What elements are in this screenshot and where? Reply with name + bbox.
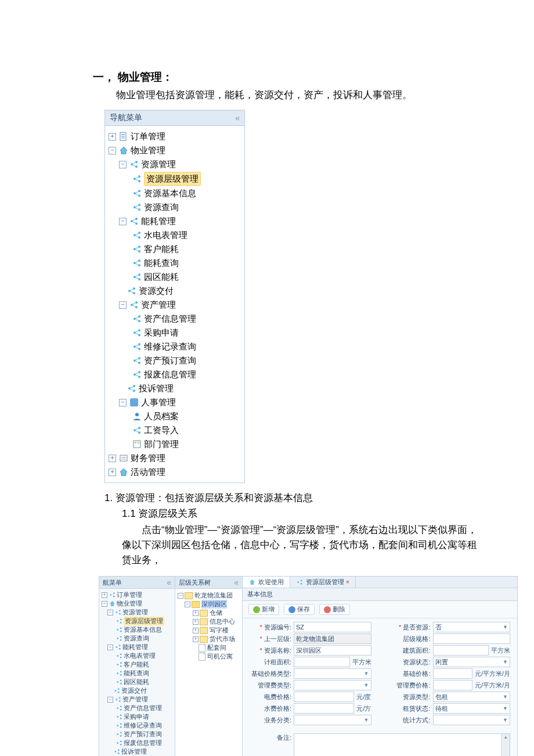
res-name-input[interactable]: 深圳园区 xyxy=(294,645,371,656)
fee-type-select[interactable]: ▼ xyxy=(294,680,371,690)
htree-c2[interactable]: +信息中心 xyxy=(178,617,240,626)
tree-node-energy[interactable]: −能耗管理 xyxy=(109,214,243,228)
snode-meter[interactable]: 水电表管理 xyxy=(102,651,174,660)
tree-node-hr[interactable]: −人事管理 xyxy=(109,395,243,409)
close-icon[interactable]: × xyxy=(346,579,349,585)
svg-point-114 xyxy=(117,742,118,744)
snode-property[interactable]: −物业管理 xyxy=(102,599,174,608)
res-code-input[interactable]: SZ xyxy=(294,622,371,632)
tree-node-scrap[interactable]: 报废信息管理 xyxy=(109,368,243,381)
snode-asset[interactable]: −资产管理 xyxy=(102,695,174,704)
svg-point-34 xyxy=(131,304,133,306)
rent-state-select[interactable]: 待租▼ xyxy=(433,703,511,714)
tree-node-activity[interactable]: +活动管理 xyxy=(109,465,243,479)
svg-point-109 xyxy=(120,723,121,725)
snode-purchase[interactable]: 采购申请 xyxy=(102,712,174,721)
snode-res-query[interactable]: 资源查询 xyxy=(102,634,174,643)
tree-node-asset-resv[interactable]: 资产预订查询 xyxy=(109,354,243,368)
scrollbar[interactable]: ▴▾ xyxy=(501,734,510,756)
tree-node-park-energy[interactable]: 园区能耗 xyxy=(109,270,243,284)
bill-area-input[interactable] xyxy=(294,657,350,667)
tree-node-staff[interactable]: 人员档案 xyxy=(109,409,243,423)
tree-node-meter[interactable]: 水电表管理 xyxy=(109,228,243,242)
htree-c5[interactable]: 配套间 xyxy=(178,643,240,652)
hierarchy-tree-panel: 层级关系树« −乾龙物流集团 −深圳园区 +仓储 +信息中心 +写字楼 +货代市… xyxy=(175,577,243,756)
snode-asset-resv[interactable]: 资产预订查询 xyxy=(102,730,174,739)
htree-sz[interactable]: −深圳园区 xyxy=(178,600,240,609)
snode-park-energy[interactable]: 园区能耗 xyxy=(102,678,174,686)
snode-energy[interactable]: −能耗管理 xyxy=(102,643,174,651)
water-price-input[interactable] xyxy=(294,703,354,714)
snode-cust-energy[interactable]: 客户能耗 xyxy=(102,660,174,669)
fee-price-input[interactable] xyxy=(433,680,472,690)
res-state-select[interactable]: 闲置▼ xyxy=(433,657,511,667)
svg-point-26 xyxy=(138,260,140,262)
tree-node-res-base[interactable]: 资源基本信息 xyxy=(109,186,243,200)
add-button[interactable]: 新增 xyxy=(248,604,279,615)
snode-scrap[interactable]: 报废信息管理 xyxy=(102,739,174,747)
save-button[interactable]: 保存 xyxy=(284,604,315,615)
tree-node-complaint[interactable]: 投诉管理 xyxy=(109,381,243,395)
is-res-select[interactable]: 否▼ xyxy=(433,622,511,632)
snode-res-deliver[interactable]: 资源交付 xyxy=(102,686,174,695)
htree-c6[interactable]: 司机公寓 xyxy=(178,652,240,661)
svg-point-24 xyxy=(138,250,140,253)
share-icon xyxy=(132,314,142,324)
delete-button[interactable]: 删除 xyxy=(319,604,350,615)
level-spec-input[interactable] xyxy=(433,633,511,644)
base-price-input[interactable] xyxy=(433,668,472,679)
snode-repair[interactable]: 维修记录查询 xyxy=(102,721,174,730)
tab-welcome[interactable]: 欢迎使用 xyxy=(243,577,290,588)
tree-node-property[interactable]: −物业管理 xyxy=(109,143,243,157)
svg-point-85 xyxy=(120,653,121,655)
remark-textarea[interactable]: ▴▾ xyxy=(294,733,510,756)
snode-energy-query[interactable]: 能耗查询 xyxy=(102,669,174,678)
svg-point-59 xyxy=(138,431,140,434)
tree-node-res-level[interactable]: 资源层级管理 xyxy=(109,171,243,186)
build-area-input[interactable] xyxy=(433,645,489,656)
base-price-type-select[interactable]: ▼ xyxy=(294,668,371,679)
collapse-icon[interactable]: « xyxy=(167,578,171,587)
htree-root[interactable]: −乾龙物流集团 xyxy=(178,591,240,600)
snode-order[interactable]: +订单管理 xyxy=(102,591,174,599)
collapse-icon[interactable]: « xyxy=(234,578,239,587)
collapse-icon[interactable]: « xyxy=(235,113,240,123)
tree-node-salary[interactable]: 工资导入 xyxy=(109,423,243,437)
snode-complaint[interactable]: 投诉管理 xyxy=(102,747,174,756)
snode-resource[interactable]: −资源管理 xyxy=(102,608,174,617)
tree-node-resource[interactable]: −资源管理 xyxy=(109,157,243,171)
htree-c4[interactable]: +货代市场 xyxy=(178,635,240,643)
share-icon xyxy=(116,627,122,633)
snode-asset-info[interactable]: 资产信息管理 xyxy=(102,704,174,712)
snode-res-level[interactable]: 资源层级管理 xyxy=(102,617,174,625)
svg-rect-55 xyxy=(130,398,138,406)
svg-point-111 xyxy=(117,733,118,735)
tree-node-repair[interactable]: 维修记录查询 xyxy=(109,340,243,354)
res-type-select[interactable]: 包租▼ xyxy=(433,692,511,702)
tree-node-cust-energy[interactable]: 客户能耗 xyxy=(109,242,243,256)
svg-point-54 xyxy=(133,390,135,392)
home-icon xyxy=(118,467,129,477)
tree-node-res-deliver[interactable]: 资源交付 xyxy=(109,284,243,298)
tree-node-dept[interactable]: 部门管理 xyxy=(109,437,243,451)
svg-point-107 xyxy=(120,718,121,719)
collapse-node-icon[interactable]: − xyxy=(109,147,116,154)
tree-node-asset-info[interactable]: 资产信息管理 xyxy=(109,312,243,326)
svg-rect-63 xyxy=(120,455,127,461)
tree-node-purchase[interactable]: 采购申请 xyxy=(109,326,243,340)
snode-res-base[interactable]: 资源基本信息 xyxy=(102,625,174,634)
tree-node-order[interactable]: +订单管理 xyxy=(109,129,243,143)
tree-node-finance[interactable]: +财务管理 xyxy=(109,451,243,465)
htree-c3[interactable]: +写字楼 xyxy=(178,626,240,635)
tree-node-asset[interactable]: −资产管理 xyxy=(109,298,243,312)
svg-point-94 xyxy=(120,679,121,681)
tab-res-level[interactable]: 资源层级管理× xyxy=(290,577,356,588)
elec-price-input[interactable] xyxy=(294,692,354,702)
tree-node-res-query[interactable]: 资源查询 xyxy=(109,200,243,214)
share-icon xyxy=(114,609,121,616)
stat-method-select[interactable]: ▼ xyxy=(433,715,511,725)
htree-c1[interactable]: +仓储 xyxy=(178,609,240,617)
tree-node-energy-query[interactable]: 能耗查询 xyxy=(109,256,243,270)
expand-icon[interactable]: + xyxy=(109,133,116,141)
biz-class-select[interactable]: ▼ xyxy=(294,715,371,725)
